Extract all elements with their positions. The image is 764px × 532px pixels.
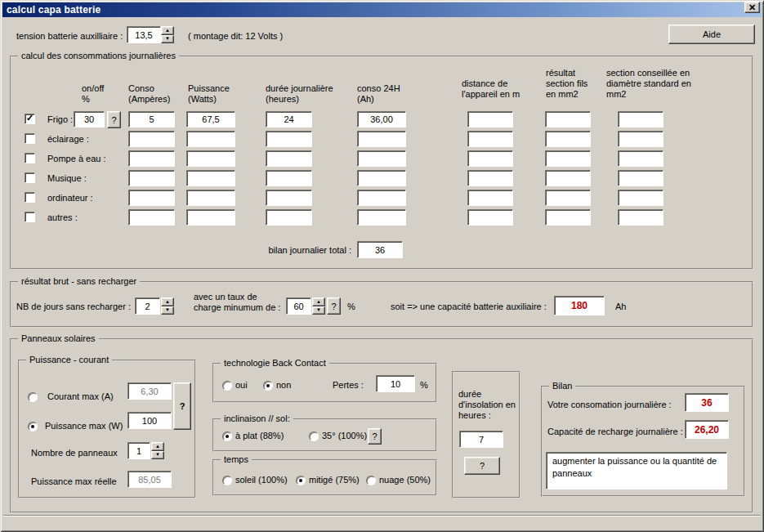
spinner-down-button[interactable]: ▼ [161,35,174,44]
puissance-input[interactable] [186,131,235,147]
duree-input[interactable] [266,111,312,127]
conso-input[interactable] [128,170,175,186]
section-std-input[interactable] [618,150,663,167]
puissance-input[interactable] [186,150,235,167]
spinner-up-button[interactable]: ▲ [151,442,164,451]
spinner-up-button[interactable]: ▲ [312,297,325,306]
down-arrow-icon: ▼ [316,307,321,312]
conso-input[interactable] [128,190,175,206]
conso24-input[interactable] [357,170,406,186]
appliance-checkbox[interactable] [25,133,35,144]
section-result-input[interactable] [545,209,591,226]
appliance-row: autres : [0,209,764,227]
section-result-input[interactable] [545,170,591,186]
appliance-checkbox[interactable] [25,114,35,124]
puissance-input[interactable] [186,111,235,127]
loss-input[interactable] [376,375,415,392]
section-std-input[interactable] [618,131,663,147]
section-std-input[interactable] [618,190,663,206]
rate-label: avec un taux de charge minumum de : [194,292,280,313]
distance-input[interactable] [467,111,513,127]
conso24-input[interactable] [357,190,406,206]
distance-input[interactable] [467,209,513,226]
weather-mixed-radio[interactable] [296,476,306,485]
flat-radio[interactable] [222,431,232,441]
section-result-input[interactable] [545,131,591,147]
conso-input[interactable] [128,131,175,147]
spinner-up-button[interactable]: ▲ [161,297,174,306]
duree-input[interactable] [266,150,312,167]
conso-input[interactable] [128,111,175,127]
current-max-label: Courant max (A) [47,391,114,402]
spinner-up-button[interactable]: ▲ [161,26,174,35]
panels-count-input[interactable] [127,442,150,459]
close-button[interactable]: ✕ [744,2,760,13]
section-result-input[interactable] [545,190,591,206]
total-input[interactable] [357,241,403,258]
conso24-input[interactable] [357,131,406,147]
distance-input[interactable] [467,170,513,186]
conso-input[interactable] [128,209,175,226]
duree-input[interactable] [266,190,312,206]
section-std-input[interactable] [618,170,663,186]
power-help-button[interactable]: ? [173,382,191,430]
conso24-input[interactable] [357,150,406,167]
distance-input[interactable] [467,150,513,167]
conso24-input[interactable] [357,111,406,127]
distance-input[interactable] [467,131,513,147]
weather-cloud-radio[interactable] [366,476,376,485]
appliance-checkbox[interactable] [25,192,35,203]
section-result-input[interactable] [545,150,591,167]
up-arrow-icon: ▲ [165,299,170,304]
back-contact-no-radio[interactable] [263,381,273,391]
tilt-radio[interactable] [309,431,319,441]
capacity-input[interactable] [554,296,605,315]
puissance-input[interactable] [186,170,235,186]
duree-input[interactable] [266,170,312,186]
back-contact-yes-radio[interactable] [222,381,232,391]
power-max-input[interactable] [127,412,172,429]
weather-sun-radio[interactable] [222,476,232,485]
appliance-checkbox[interactable] [25,153,35,163]
section-std-input[interactable] [618,209,663,226]
appliance-label: autres : [47,212,78,223]
duree-input[interactable] [266,131,312,147]
current-max-input[interactable] [127,382,172,400]
montage-note: ( montage dit: 12 Volts ) [188,31,283,42]
max-real-input[interactable] [127,471,172,488]
col-header-conso24: conso 24H (Ah) [357,83,400,105]
daily-recharge-input[interactable] [685,420,729,439]
rate-input[interactable] [286,297,311,315]
loss-percent-label: % [420,380,428,391]
appliance-checkbox[interactable] [25,172,35,183]
puissance-input[interactable] [186,190,235,206]
spinner-down-button[interactable]: ▼ [151,451,164,460]
section-result-input[interactable] [545,111,591,127]
insolation-help-button[interactable]: ? [464,457,500,475]
conso-input[interactable] [128,150,175,167]
inclination-help-button[interactable]: ? [368,428,382,445]
spinner-down-button[interactable]: ▼ [161,306,174,315]
aide-button[interactable]: Aide [668,25,755,44]
daily-consumption-input[interactable] [685,393,729,412]
rate-help-button[interactable]: ? [327,297,341,315]
appliance-checkbox[interactable] [25,212,35,222]
daily-recharge-label: Capacité de recharge journalière : [547,427,683,437]
up-arrow-icon: ▲ [316,299,321,304]
tension-input[interactable] [127,26,161,43]
current-max-radio[interactable] [28,392,38,402]
insolation-input[interactable] [459,431,503,448]
titlebar: calcul capa batterie [2,2,762,17]
conso24-input[interactable] [357,209,406,226]
onoff-input[interactable] [74,111,105,127]
section-std-input[interactable] [618,111,663,127]
duree-input[interactable] [266,209,312,226]
spinner-down-button[interactable]: ▼ [312,306,325,315]
days-input[interactable] [135,297,160,315]
puissance-input[interactable] [186,209,235,226]
advice-box[interactable]: augmenter la puissance ou la quantité de… [546,452,727,490]
power-max-radio[interactable] [28,422,38,431]
onoff-help-button[interactable]: ? [107,111,121,128]
distance-input[interactable] [467,190,513,206]
weather-sun-label: soleil (100%) [235,475,288,485]
